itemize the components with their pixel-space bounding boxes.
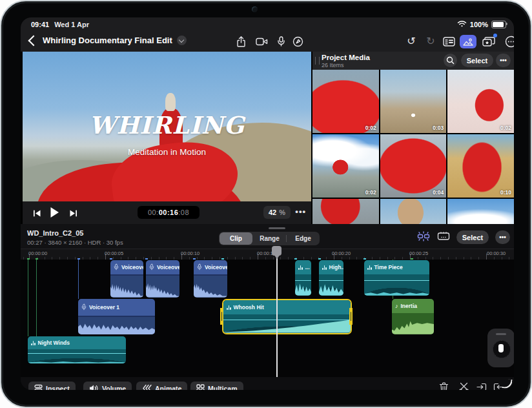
skip-back-icon[interactable] [33,209,41,220]
undo-icon[interactable]: ↺ [404,35,418,48]
inspect-button[interactable]: Inspect [28,382,76,390]
media-thumbnail[interactable]: 0:04 [380,134,447,198]
mode-clip[interactable]: Clip [220,232,252,245]
timeline-clip-selected[interactable]: Whoosh Hit [222,299,352,334]
page-curl-hint[interactable] [502,378,512,389]
timeline-ruler[interactable]: 00:00:00 00:00:05 00:00:10 00:00:15 00:0… [21,249,514,260]
chevron-down-icon[interactable] [177,36,187,45]
ruler-label: 00:00:25 [409,250,428,256]
timeline-clips-area[interactable]: Voiceover 2 Voiceover 2 Voiceover 3 ... … [21,260,514,377]
trim-handle-left[interactable] [220,308,223,325]
more-icon[interactable] [504,35,514,48]
timeline-clip[interactable]: Voiceover 3 [194,260,227,298]
sound-wave-icon [367,265,372,270]
multicam-button[interactable]: Multicam [190,382,243,390]
trim-handle-right[interactable] [349,308,353,325]
camcorder-icon[interactable] [254,35,269,48]
sound-wave-icon [298,265,303,270]
dancer-hat [165,93,176,111]
media-thumbnail[interactable] [380,199,447,224]
play-button[interactable] [50,207,59,221]
timeline-clip[interactable]: ♪Inertia [392,299,434,334]
connect-line [78,260,79,299]
project-title[interactable]: Whirling Documentary Final Edit [43,36,187,45]
jog-handle-bar [496,333,506,335]
project-media-title: Project Media [322,54,370,61]
search-icon[interactable] [444,54,457,67]
microphone-icon[interactable] [274,35,288,48]
trash-icon[interactable] [439,382,451,390]
timecode-display[interactable]: 00:00:16:08 [138,206,200,219]
animate-label: Animate [155,385,181,391]
timeline-more-button[interactable]: ••• [495,230,510,244]
media-thumbnail[interactable] [312,199,379,224]
media-more-button[interactable]: ••• [496,54,511,67]
timeline-clip[interactable]: Voiceover 2 [146,260,179,298]
clip-label: Voiceover 1 [89,304,119,311]
wifi-icon [457,20,467,28]
clip-label: Whoosh Hit [234,304,264,311]
clip-duration: 0:02 [365,189,376,196]
video-viewer[interactable]: WHIRLING Meditation in Motion [23,52,311,201]
timeline-select-button[interactable]: Select [456,230,489,244]
background-tasks-icon[interactable] [482,35,496,48]
title-overlay: WHIRLING [23,111,311,139]
viewer-zoom-control[interactable]: 42% [263,206,291,219]
media-thumbnail[interactable]: 0:02 [312,134,379,198]
sound-wave-icon [322,265,327,270]
mode-edge[interactable]: Edge [287,232,320,245]
media-thumbnail[interactable]: 0:03 [380,70,447,133]
volume-button[interactable]: Volume [83,382,132,390]
mode-range[interactable]: Range [253,232,286,245]
timeline-clip[interactable]: Time Piece [364,260,429,296]
sound-wave-icon [227,305,231,310]
playhead-line [276,252,278,377]
playhead-handle[interactable] [272,246,281,256]
index-browser-icon[interactable] [442,35,456,48]
project-title-label: Whirling Documentary Final Edit [43,36,172,45]
edit-mode-segmented-control: Clip Range Edge [219,232,320,245]
viewer-more-icon[interactable]: ••• [295,207,306,216]
insert-clip-icon[interactable] [476,382,488,390]
clip-label: Time Piece [374,264,403,270]
jog-pointer [498,344,504,352]
skip-forward-icon[interactable] [69,209,77,220]
volume-label: Volume [102,385,126,391]
annotate-icon[interactable] [291,35,305,48]
ruler-label: 00:00:10 [181,250,200,256]
media-select-button[interactable]: Select [461,54,493,67]
inspector-icon [34,384,43,390]
clip-label: ... [305,264,310,270]
timeline-drag-handle[interactable] [269,227,285,229]
timeline-clip[interactable]: High... [319,260,343,296]
project-media-count: 26 Items [322,62,344,68]
animate-button[interactable]: Animate [136,382,187,390]
blade-icon[interactable] [458,382,470,390]
multicam-label: Multicam [208,385,238,391]
transport-bar: 00:00:16:08 42% ••• [23,201,311,224]
timeline-clip[interactable]: Voiceover 2 [110,260,143,298]
media-thumbnail[interactable] [447,199,514,224]
media-thumbnail[interactable]: 0:02 [447,70,514,133]
microphone-icon [149,261,154,273]
clip-overview-icon[interactable] [437,231,450,244]
jog-wheel[interactable] [487,329,514,367]
timeline-clip[interactable]: ... [295,260,311,296]
timeline-clip[interactable]: Night Winds [28,336,126,363]
media-browser-icon[interactable] [460,35,476,48]
connect-line [36,260,37,336]
clip-label: High... [329,264,344,270]
timeline-clip[interactable]: Voiceover 1 [78,299,155,334]
media-thumbnail[interactable]: 0:10 [447,134,514,198]
magnetic-timeline-icon[interactable] [416,231,431,244]
share-icon[interactable] [234,35,248,48]
zoom-unit: % [279,209,285,216]
inspect-label: Inspect [46,385,70,391]
panel-drag-handle[interactable] [315,57,320,65]
media-thumbnail[interactable]: 0:02 [312,70,379,133]
media-grid: 0:02 0:03 0:02 0:02 0:04 0:10 [312,70,514,224]
timecode-post: :08 [178,209,189,216]
clip-label: Voiceover 2 [157,264,179,270]
ruler-label: 00:00:00 [28,250,47,256]
redo-icon[interactable]: ↻ [424,35,438,48]
